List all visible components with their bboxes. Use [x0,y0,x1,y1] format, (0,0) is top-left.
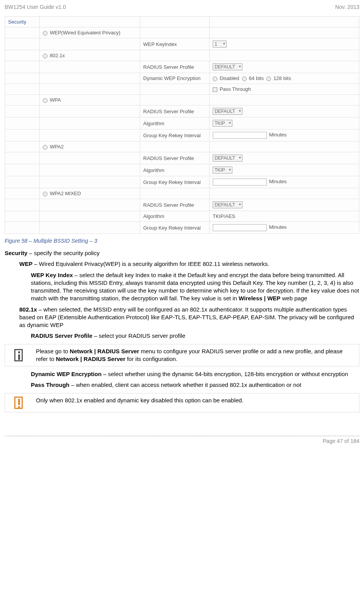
algorithm-select[interactable]: TKIP [213,120,232,127]
wpa2-radio-label: WPA2 [50,144,64,150]
algorithm-label: Algorithm [140,117,210,129]
passthrough-desc: Pass Through – when enabled, client can … [0,380,364,390]
wepkey-rest1: – select the default key Index to make i… [31,272,359,302]
dot1x-rest: – when selected, the MSSID entry will be… [19,306,354,329]
minutes-label: Minutes [269,224,287,230]
wep-radio-label: WEP(Wired Equivalent Privacy) [50,30,120,36]
security-intro-bold: Security [5,250,27,256]
radius-profile-select[interactable]: DEFAULT [213,63,242,70]
radius-profile-select[interactable]: DEFAULT [213,155,242,162]
rekey-label: Group Key Rekey Interval [140,176,210,188]
page-header: BW1254 User Guide v1.0 Nov. 2013 [0,0,364,12]
warning-note-box: Only when 802.1x enabled and dynamic key… [5,393,359,412]
rekey-input[interactable] [213,132,267,139]
wpa2-radio-row[interactable]: WPA2 [40,141,140,152]
info-note-box: Please go to Network | RADIUS Server men… [5,344,359,367]
info-note-text: Please go to Network | RADIUS Server men… [32,344,359,366]
security-intro: Security – specify the security policy [0,248,364,259]
dynwep-desc: Dynamic WEP Encryption – select whether … [0,369,364,380]
wep-desc: WEP – Wired Equivalent Privacy(WEP) is a… [0,259,364,269]
radius-bold: RADIUS Server Profile [31,332,92,339]
security-config-table: Security WEP(Wired Equivalent Privacy) W… [5,16,359,234]
radius-profile-select[interactable]: DEFAULT [213,108,242,115]
dynwep-128-label: 128 bits [273,75,291,81]
wep-keyindex-label: WEP KeyIndex [140,38,210,50]
radius-profile-label: RADIUS Server Profile [140,61,210,73]
rekey-label: Group Key Rekey Interval [140,222,210,234]
doc-title: BW1254 User Guide v1.0 [5,4,66,10]
radio-icon[interactable] [43,54,47,58]
wepkey-bold2: Wireless | WEP [239,295,280,301]
wpa-radio-row[interactable]: WPA [40,95,140,106]
info-icon [5,344,32,366]
dynwep-disabled-label: Disabled [220,75,239,81]
algorithm-value: TKIP/AES [210,211,359,222]
radio-icon[interactable] [213,77,217,81]
radius-rest: – select your RADIUS server profile [92,332,185,339]
note1-pre: Please go to [36,348,70,354]
wep-keyindex-select[interactable]: 1 [213,41,227,48]
note1-b2: Network | RADIUS Server [56,356,125,362]
dynwep-bold: Dynamic WEP Encryption [31,371,102,377]
radio-icon[interactable] [43,145,47,150]
dynwep-rest: – select whether using the dynamic 64-bi… [102,371,348,377]
checkbox-icon[interactable] [213,87,217,92]
wepkey-bold: WEP Key Index [31,272,73,278]
minutes-label: Minutes [269,132,287,138]
warning-icon [5,393,32,412]
dynwep-64-label: 64 bits [249,75,264,81]
page-footer: Page 47 of 184 [5,436,359,444]
figure-caption: Figure 58 – Multiple BSSID Setting – 3 [0,237,364,248]
algorithm-label: Algorithm [140,211,210,222]
algorithm-select[interactable]: TKIP [213,167,232,174]
radio-icon[interactable] [43,98,47,103]
radius-desc: RADIUS Server Profile – select your RADI… [0,330,364,341]
dynamic-wep-label: Dynamic WEP Encryption [140,73,210,84]
dynamic-wep-options: Disabled 64 bits 128 bits [210,73,359,84]
wpa2mixed-radio-row[interactable]: WPA2 MIXED [40,188,140,199]
wepkey-desc: WEP Key Index – select the default key I… [0,270,364,304]
note1-b1: Network | RADIUS Server [70,348,139,354]
radio-icon[interactable] [43,192,47,196]
pass-rest: – when enabled, client can access networ… [69,381,301,388]
pass-bold: Pass Through [31,381,69,388]
radius-profile-label: RADIUS Server Profile [140,199,210,211]
wep-radio-row[interactable]: WEP(Wired Equivalent Privacy) [40,27,140,38]
dot1x-radio-label: 802.1x [50,53,65,58]
radio-icon[interactable] [242,77,247,81]
radio-icon[interactable] [43,31,47,36]
radius-profile-label: RADIUS Server Profile [140,106,210,117]
rekey-label: Group Key Rekey Interval [140,129,210,141]
security-intro-rest: – specify the security policy [27,250,100,256]
wep-bold: WEP [19,261,32,267]
radius-profile-select[interactable]: DEFAULT [213,201,242,208]
radius-profile-label: RADIUS Server Profile [140,152,210,164]
algorithm-label: Algorithm [140,164,210,176]
radio-icon[interactable] [266,77,271,81]
pass-through-row[interactable]: Pass Through [210,84,359,95]
wpa-radio-label: WPA [50,97,61,103]
minutes-label: Minutes [269,179,287,184]
security-row-label: Security [5,17,40,27]
pass-through-label: Pass Through [220,86,251,92]
wepkey-rest2: web page [281,295,307,301]
dot1x-radio-row[interactable]: 802.1x [40,50,140,61]
dot1x-desc: 802.1x – when selected, the MSSID entry … [0,304,364,331]
warning-note-text: Only when 802.1x enabled and dynamic key… [32,393,359,412]
note1-end: for its configuration. [125,356,178,362]
rekey-input[interactable] [213,179,267,186]
dot1x-bold: 802.1x [19,306,37,313]
wpa2mixed-radio-label: WPA2 MIXED [50,191,81,196]
rekey-input[interactable] [213,224,267,231]
doc-date: Nov. 2013 [335,4,359,10]
wep-rest: – Wired Equivalent Privacy(WEP) is a sec… [32,261,269,267]
